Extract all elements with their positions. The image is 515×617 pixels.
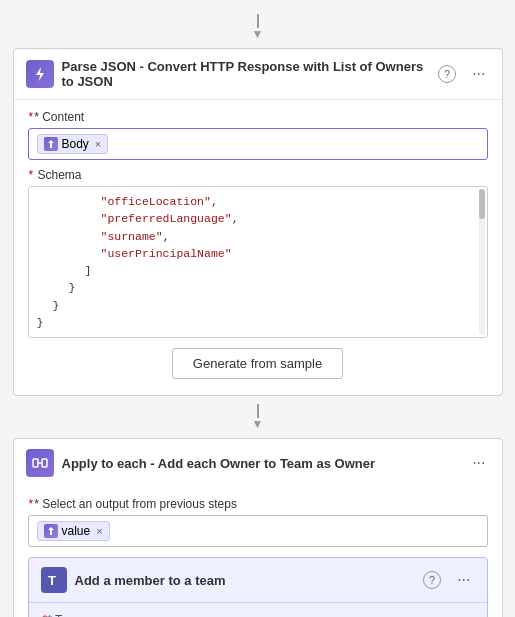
teams-logo-icon: T bbox=[45, 571, 63, 589]
schema-content: "officeLocation", "preferredLanguage", "… bbox=[37, 193, 479, 331]
body-token: Body × bbox=[37, 134, 109, 154]
parse-json-body: ** Content Body × * Schema "officeLocati… bbox=[14, 100, 502, 395]
add-member-more-button[interactable]: ··· bbox=[453, 569, 474, 591]
body-token-icon bbox=[44, 137, 58, 151]
apply-more-icon: ··· bbox=[472, 454, 485, 472]
add-member-title: Add a member to a team bbox=[75, 573, 412, 588]
schema-scrollbar-thumb bbox=[479, 189, 485, 219]
add-member-body: ** Team T New Team ID × × bbox=[29, 603, 487, 617]
loop-icon bbox=[31, 454, 49, 472]
apply-each-header: Apply to each - Add each Owner to Team a… bbox=[14, 439, 502, 487]
teams-icon: T bbox=[41, 567, 67, 593]
apply-each-more-button[interactable]: ··· bbox=[468, 452, 489, 474]
apply-each-icon bbox=[26, 449, 54, 477]
body-icon-svg bbox=[46, 139, 56, 149]
value-token-close[interactable]: × bbox=[96, 525, 102, 537]
parse-json-help-button[interactable]: ? bbox=[434, 63, 460, 85]
content-label: ** Content bbox=[28, 110, 488, 124]
parse-json-icon bbox=[26, 60, 54, 88]
apply-each-card: Apply to each - Add each Owner to Team a… bbox=[13, 438, 503, 617]
add-member-header: T Add a member to a team ? ··· bbox=[29, 558, 487, 603]
schema-label: * Schema bbox=[28, 168, 488, 182]
help-icon: ? bbox=[438, 65, 456, 83]
value-token-icon bbox=[44, 524, 58, 538]
apply-each-title: Apply to each - Add each Owner to Team a… bbox=[62, 456, 461, 471]
team-label: ** Team bbox=[43, 613, 473, 617]
schema-box[interactable]: "officeLocation", "preferredLanguage", "… bbox=[28, 186, 488, 338]
svg-marker-1 bbox=[48, 140, 54, 148]
value-token-label: value bbox=[62, 524, 91, 538]
more-icon: ··· bbox=[472, 65, 485, 83]
content-field[interactable]: Body × bbox=[28, 128, 488, 160]
svg-text:T: T bbox=[48, 573, 56, 588]
connector-arrow-middle: ▼ bbox=[248, 404, 268, 430]
add-member-actions: ? ··· bbox=[419, 569, 474, 591]
add-member-more-icon: ··· bbox=[457, 571, 470, 589]
add-member-help-button[interactable]: ? bbox=[419, 569, 445, 591]
output-token-field[interactable]: value × bbox=[28, 515, 488, 547]
bolt-icon bbox=[31, 65, 49, 83]
svg-marker-5 bbox=[48, 527, 54, 535]
select-output-label: ** Select an output from previous steps bbox=[28, 497, 488, 511]
parse-json-card: Parse JSON - Convert HTTP Response with … bbox=[13, 48, 503, 396]
body-token-close[interactable]: × bbox=[95, 138, 101, 150]
connector-arrow-top: ▼ bbox=[248, 14, 268, 40]
add-member-help-icon: ? bbox=[423, 571, 441, 589]
generate-from-sample-button[interactable]: Generate from sample bbox=[172, 348, 343, 379]
schema-scrollbar[interactable] bbox=[479, 189, 485, 335]
parse-json-title: Parse JSON - Convert HTTP Response with … bbox=[62, 59, 427, 89]
parse-json-more-button[interactable]: ··· bbox=[468, 63, 489, 85]
svg-rect-3 bbox=[42, 459, 47, 467]
value-icon-svg bbox=[46, 526, 56, 536]
svg-marker-0 bbox=[36, 67, 44, 81]
apply-each-body: ** Select an output from previous steps … bbox=[14, 487, 502, 617]
value-token: value × bbox=[37, 521, 110, 541]
team-field-group: ** Team T New Team ID × × bbox=[43, 613, 473, 617]
parse-json-header: Parse JSON - Convert HTTP Response with … bbox=[14, 49, 502, 100]
svg-rect-2 bbox=[33, 459, 38, 467]
add-member-card: T Add a member to a team ? ··· bbox=[28, 557, 488, 617]
parse-json-actions: ? ··· bbox=[434, 63, 489, 85]
body-token-label: Body bbox=[62, 137, 89, 151]
